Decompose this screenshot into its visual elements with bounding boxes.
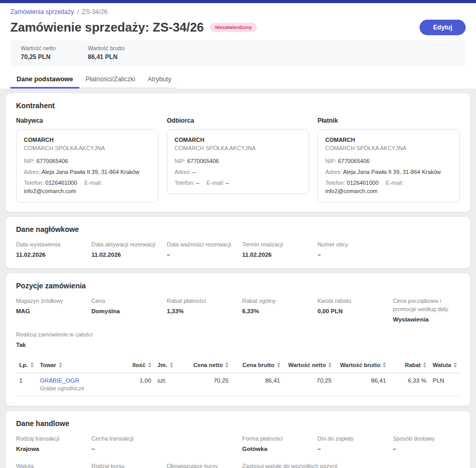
telefon-label: Telefon:: [175, 180, 195, 186]
col-wartosc-netto: Wartość netto: [283, 357, 335, 373]
party-role-nabywca: Nabywca: [16, 117, 158, 124]
field-kwota-rabatu: Kwota rabatu 0,00 PLN: [318, 297, 385, 324]
field-cecha-transakcji: Cecha transakcji –: [92, 435, 159, 453]
section-pozycje-title: Pozycje zamówienia: [16, 282, 460, 290]
adres-label: Adres:: [175, 169, 191, 175]
field-dni-do-zaplaty: Dni do zapłaty –: [318, 435, 385, 453]
email-value: info2@comarch.com: [325, 188, 378, 194]
party-nabywca: Nabywca COMARCH COMARCH SPÓŁKA AKCYJNA N…: [16, 117, 158, 202]
col-lp: Lp.: [16, 357, 37, 373]
email-label: E-mail:: [84, 180, 102, 186]
field-numer-obcy: Numer obcy –: [318, 241, 385, 259]
cell-wartosc-brutto: 86,41: [335, 373, 389, 396]
party-full-name: COMARCH SPÓŁKA AKCYJNA: [325, 144, 452, 153]
sort-icon[interactable]: [277, 362, 280, 368]
summary-netto-label: Wartość netto: [21, 45, 55, 51]
edit-button[interactable]: Edytuj: [420, 20, 466, 35]
field-data-waznosci-rezerwacji: Data ważności rezerwacji –: [167, 241, 234, 259]
col-cena-netto: Cena netto: [180, 357, 232, 373]
col-rabat: Rabat: [389, 357, 429, 373]
field-data-wystawienia: Data wystawienia 11.02.2026: [16, 241, 83, 259]
telefon-value: 0126461000: [347, 180, 379, 186]
sort-icon[interactable]: [423, 362, 426, 368]
party-name: COMARCH: [24, 136, 151, 144]
field-zastosuj-walute: Zastosuj walutę do wszystkich pozycji Ta…: [242, 462, 385, 468]
sort-icon[interactable]: [170, 362, 173, 368]
email-label: E-mail:: [386, 180, 403, 186]
cell-towar: GRABIE_OGR Grabie ogrodnicze: [37, 373, 123, 396]
email-label: E-mail:: [207, 180, 224, 186]
party-platnik: Płatnik COMARCH COMARCH SPÓŁKA AKCYJNA N…: [318, 117, 460, 202]
order-items-table: Lp. Towar Ilość Jm. Cena netto Cena brut…: [16, 357, 460, 397]
breadcrumb: Zamówienia sprzedaży/ZS-34/26: [10, 6, 466, 17]
tab-dane-podstawowe[interactable]: Dane podstawowe: [10, 71, 79, 89]
adres-label: Adres:: [24, 169, 40, 175]
sort-icon[interactable]: [31, 362, 34, 368]
adres-label: Adres:: [325, 169, 342, 175]
telefon-value: –: [196, 180, 199, 186]
party-full-name: COMARCH SPÓŁKA AKCYJNA: [24, 144, 151, 153]
cell-ilosc: 1,00: [123, 373, 154, 396]
email-value: –: [226, 180, 229, 186]
field-cena: Cena Domyślna: [92, 297, 159, 324]
cell-cena-netto: 70,25: [180, 373, 232, 396]
sort-icon[interactable]: [59, 362, 62, 368]
adres-value: Aleja Jana Pawła II 39, 31-864 Kraków: [41, 169, 139, 175]
sort-icon[interactable]: [225, 362, 228, 368]
field-cena-poczatkowa: Cena początkowa i promocje według daty W…: [393, 297, 460, 324]
field-rodzaj-kursu: Rodzaj kursu Średni NBP: [92, 462, 159, 468]
cell-jm: szt.: [154, 373, 181, 396]
sort-icon[interactable]: [328, 362, 331, 368]
item-code-link[interactable]: GRABIE_OGR: [40, 377, 120, 384]
breadcrumb-current: ZS-34/26: [82, 8, 107, 16]
section-pozycje-zamowienia: Pozycje zamówienia Magazyn źródłowy MAG …: [5, 273, 471, 406]
field-rabat-platnosci: Rabat płatności 1,33%: [167, 297, 234, 324]
sort-icon[interactable]: [148, 362, 151, 368]
party-name: COMARCH: [325, 136, 452, 144]
summary-brutto-value: 86,41 PLN: [88, 53, 124, 61]
summary-brutto: Wartość brutto 86,41 PLN: [88, 45, 124, 61]
nip-value: 6770065406: [338, 158, 369, 164]
field-rodzaj-transakcji: Rodzaj transakcji Krajowa: [16, 435, 83, 453]
breadcrumb-parent-link[interactable]: Zamówienia sprzedaży: [10, 8, 74, 16]
section-dane-handlowe: Dane handlowe Rodzaj transakcji Krajowa …: [5, 411, 471, 468]
col-jm: Jm.: [154, 357, 181, 373]
section-dane-naglowkowe-title: Dane nagłówkowe: [16, 225, 460, 233]
field-magazyn-zrodlowy: Magazyn źródłowy MAG: [16, 297, 83, 324]
party-card-platnik: COMARCH COMARCH SPÓŁKA AKCYJNA NIP: 6770…: [318, 129, 460, 202]
party-name: COMARCH: [175, 136, 301, 144]
field-forma-platnosci: Forma płatności Gotówka: [242, 435, 310, 453]
tab-atrybuty[interactable]: Atrybuty: [141, 71, 178, 89]
adres-value: –: [193, 169, 196, 175]
status-badge: Niezatwierdzony: [210, 23, 257, 32]
page-header: Zamówienia sprzedaży/ZS-34/26 Zamówienie…: [0, 3, 476, 89]
cell-rabat: 6,33 %: [389, 373, 429, 396]
section-dane-handlowe-title: Dane handlowe: [16, 419, 460, 428]
col-wartosc-brutto: Wartość brutto: [335, 357, 389, 373]
cell-wartosc-netto: 70,25: [283, 373, 335, 396]
sort-icon[interactable]: [454, 362, 457, 368]
field-waluta: Waluta PLN: [16, 462, 83, 468]
adres-value: Aleja Jana Pawła II 39, 31-864 Kraków: [343, 169, 441, 175]
nip-label: NIP:: [175, 158, 185, 164]
page-title: Zamówienie sprzedaży: ZS-34/26: [10, 20, 204, 35]
nip-value: 6770065406: [187, 158, 219, 164]
party-card-nabywca: COMARCH COMARCH SPÓŁKA AKCYJNA NIP: 6770…: [16, 129, 158, 202]
cell-waluta: PLN: [429, 373, 460, 396]
nip-value: 6770065406: [36, 158, 68, 164]
main-content: Kontrahent Nabywca COMARCH COMARCH SPÓŁK…: [0, 89, 476, 468]
party-card-odbiorca: COMARCH COMARCH SPÓŁKA AKCYJNA NIP: 6770…: [167, 129, 309, 194]
tab-platnosci-zaliczki[interactable]: Płatności/Zaliczki: [79, 71, 141, 89]
table-row: 1 GRABIE_OGR Grabie ogrodnicze 1,00 szt.…: [16, 373, 460, 396]
field-obowiazujace-kursy: Obowiązujące kursy Bieżące: [167, 462, 234, 468]
party-role-odbiorca: Odbiorca: [167, 117, 309, 124]
party-role-platnik: Płatnik: [318, 117, 460, 124]
summary-bar: Wartość netto 70,25 PLN Wartość brutto 8…: [10, 40, 466, 66]
summary-netto-value: 70,25 PLN: [21, 53, 55, 61]
email-value: info2@comarch.com: [24, 188, 76, 194]
col-waluta: Waluta: [429, 357, 460, 373]
telefon-value: 0126461000: [46, 180, 77, 186]
col-cena-brutto: Cena brutto: [232, 357, 283, 373]
sort-icon[interactable]: [383, 362, 386, 368]
section-dane-naglowkowe: Dane nagłówkowe Data wystawienia 11.02.2…: [5, 216, 471, 269]
